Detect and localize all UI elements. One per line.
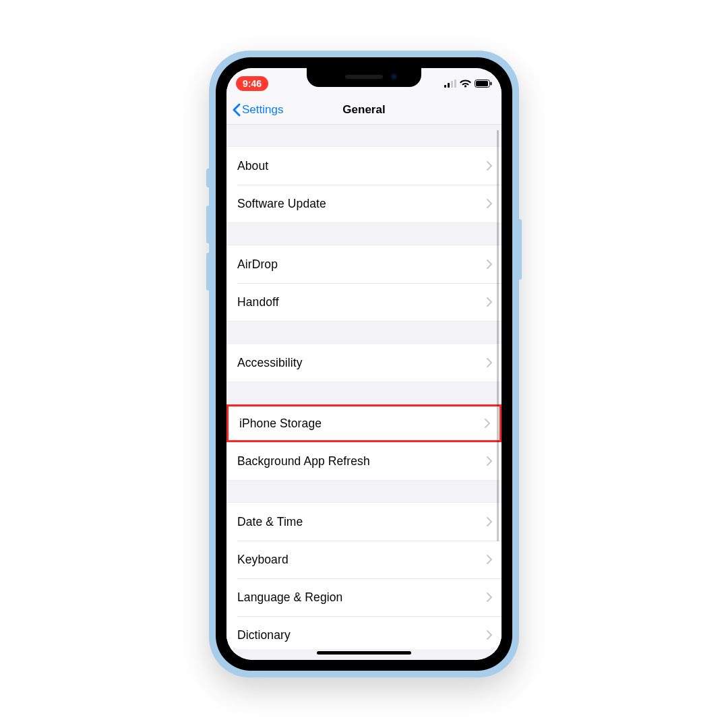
speaker-grille bbox=[345, 75, 383, 79]
nav-bar: Settings General bbox=[226, 95, 502, 125]
row-label: About bbox=[237, 159, 268, 173]
row-label: Background App Refresh bbox=[237, 454, 370, 468]
scrollbar[interactable] bbox=[497, 130, 499, 541]
chevron-right-icon bbox=[487, 456, 492, 466]
settings-list: About Software Update AirDrop H bbox=[226, 125, 502, 655]
row-dictionary[interactable]: Dictionary bbox=[226, 616, 502, 654]
group-gap bbox=[226, 223, 502, 245]
chevron-right-icon bbox=[487, 260, 492, 269]
back-button-label: Settings bbox=[242, 103, 283, 117]
group-2: AirDrop Handoff bbox=[226, 245, 502, 322]
chevron-right-icon bbox=[487, 630, 492, 640]
svg-rect-6 bbox=[491, 82, 492, 86]
row-handoff[interactable]: Handoff bbox=[226, 283, 502, 321]
svg-rect-1 bbox=[448, 83, 450, 88]
phone-frame: 9:46 bbox=[209, 51, 519, 677]
front-camera bbox=[391, 73, 397, 80]
chevron-right-icon bbox=[485, 419, 490, 428]
group-3: Accessibility bbox=[226, 343, 502, 382]
phone-screen: 9:46 bbox=[226, 68, 502, 660]
row-background-app-refresh[interactable]: Background App Refresh bbox=[226, 442, 502, 480]
row-label: Keyboard bbox=[237, 553, 289, 567]
wifi-icon bbox=[460, 80, 471, 88]
side-button-silent bbox=[206, 169, 210, 187]
chevron-right-icon bbox=[487, 161, 492, 171]
group-gap bbox=[226, 322, 502, 343]
chevron-right-icon bbox=[487, 358, 492, 367]
svg-rect-0 bbox=[444, 85, 446, 88]
chevron-right-icon bbox=[487, 517, 492, 526]
svg-rect-2 bbox=[451, 81, 453, 88]
row-iphone-storage[interactable]: iPhone Storage bbox=[226, 404, 502, 442]
row-label: Dictionary bbox=[237, 628, 291, 642]
chevron-right-icon bbox=[487, 199, 492, 208]
side-button-power bbox=[518, 219, 522, 280]
notch bbox=[307, 68, 421, 87]
chevron-right-icon bbox=[487, 593, 492, 602]
chevron-right-icon bbox=[487, 555, 492, 564]
row-label: Software Update bbox=[237, 197, 326, 211]
chevron-left-icon bbox=[232, 103, 241, 117]
svg-rect-3 bbox=[454, 80, 456, 88]
row-label: Handoff bbox=[237, 295, 279, 309]
cellular-signal-icon bbox=[444, 80, 456, 88]
group-gap bbox=[226, 382, 502, 404]
row-label: iPhone Storage bbox=[239, 417, 322, 431]
group-5: Date & Time Keyboard Language & Region D… bbox=[226, 502, 502, 655]
row-airdrop[interactable]: AirDrop bbox=[226, 245, 502, 283]
row-about[interactable]: About bbox=[226, 147, 502, 185]
canvas: 9:46 bbox=[0, 0, 728, 728]
group-gap bbox=[226, 125, 502, 146]
group-gap bbox=[226, 481, 502, 502]
row-date-time[interactable]: Date & Time bbox=[226, 503, 502, 541]
row-language-region[interactable]: Language & Region bbox=[226, 578, 502, 616]
side-button-volume-down bbox=[206, 253, 210, 291]
group-1: About Software Update bbox=[226, 146, 502, 223]
row-label: AirDrop bbox=[237, 257, 278, 272]
nav-title: General bbox=[342, 103, 385, 117]
svg-rect-5 bbox=[476, 81, 488, 86]
chevron-right-icon bbox=[487, 297, 492, 307]
side-button-volume-up bbox=[206, 206, 210, 243]
back-button[interactable]: Settings bbox=[232, 95, 283, 124]
row-label: Language & Region bbox=[237, 590, 342, 605]
battery-icon bbox=[475, 80, 492, 88]
row-software-update[interactable]: Software Update bbox=[226, 185, 502, 222]
status-indicators bbox=[444, 80, 492, 88]
status-time-recording-pill[interactable]: 9:46 bbox=[236, 76, 268, 91]
home-indicator[interactable] bbox=[317, 651, 411, 655]
row-label: Accessibility bbox=[237, 356, 303, 370]
row-accessibility[interactable]: Accessibility bbox=[226, 344, 502, 382]
row-label: Date & Time bbox=[237, 515, 303, 529]
row-keyboard[interactable]: Keyboard bbox=[226, 541, 502, 578]
group-4: iPhone Storage Background App Refresh bbox=[226, 404, 502, 481]
